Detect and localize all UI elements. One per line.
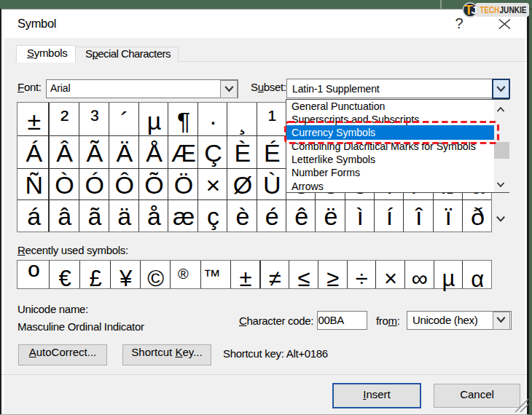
svg-text:JUNKIE: JUNKIE (500, 4, 527, 15)
svg-text:TECH: TECH (480, 4, 500, 15)
svg-text:J: J (472, 4, 478, 16)
